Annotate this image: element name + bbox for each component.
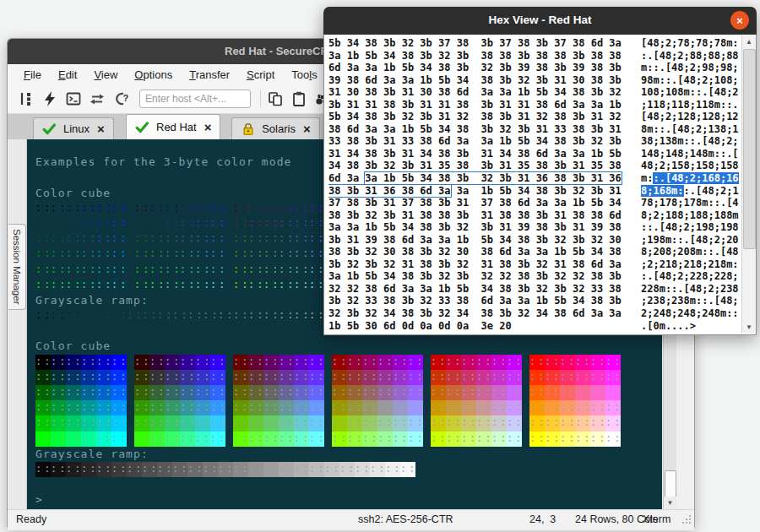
status-bar: Ready ssh2: AES-256-CTR 24, 3 24 Rows, 8… [8,509,694,530]
hex-row: 5b 34 38 3b 32 3b 37 38 3b 37 38 3b 37 3… [328,37,741,50]
hex-bytes: 32 3b 32 34 38 3b 32 34 38 3b 32 34 38 6… [328,307,622,319]
tab-close-icon[interactable]: × [97,122,105,135]
menu-script[interactable]: Script [239,66,282,84]
hex-ascii: 108;108m::.[48;2 [641,86,739,99]
tab-label: Red Hat [156,121,197,133]
quick-connect-icon[interactable] [40,89,60,109]
hex-ascii: 98m::.[48;2;108; [641,74,739,87]
hex-row: 3b 31 39 38 6d 3a 3a 1b 5b 34 38 3b 32 3… [328,234,741,247]
scroll-up-icon[interactable]: ▲ [742,35,756,48]
tab-red-hat[interactable]: Red Hat× [126,114,220,139]
hex-row: 5b 34 38 3b 32 3b 31 32 38 3b 31 32 38 3… [328,111,741,123]
hex-row: 1b 5b 30 6d 0d 0a 0d 0a 3e 20.[0m....> [328,320,741,333]
hex-bytes: 3b 32 33 38 3b 32 33 38 6d 3a 3a 1b 5b 3… [328,295,622,307]
paste-icon[interactable] [289,89,309,109]
svg-text:?: ? [123,93,129,103]
menu-transfer[interactable]: Transfer [182,66,237,84]
menu-file[interactable]: File [16,66,49,84]
color-cube-bg-row: ::::::::::::::::::::::::::::::::::::::::… [27,355,662,370]
color-cube-bg-row: ::::::::::::::::::::::::::::::::::::::::… [27,415,662,431]
toolbar-separator [260,90,261,107]
session-manager-tab[interactable]: Session Manager [8,224,26,310]
hex-ascii: 8;168m::.[48;2;1 [641,185,739,198]
connect-in-tab-icon[interactable] [63,89,84,109]
hex-row: 6d 3a 3a 1b 5b 34 38 3b 32 3b 31 36 38 3… [328,172,741,185]
hex-row: 34 38 3b 32 3b 31 35 38 3b 31 35 38 3b 3… [328,160,741,172]
hex-bytes: 1b 5b 30 6d 0d 0a 0d 0a 3e 20 [328,320,512,332]
shell-prompt: > [27,492,662,508]
color-cube-label: Color cube [27,339,662,354]
hex-ascii: ;118;118;118m::. [641,99,739,111]
hex-ascii: 8m::.[48;2;138;1 [641,123,739,136]
hex-ascii: ::.[48;2;198;198 [641,221,739,234]
session-manager-label: Session Manager [12,229,22,305]
grayscale-label: Grayscale ramp: [27,447,662,462]
hex-bytes: 34 38 3b 32 3b 31 35 38 3b 31 35 38 3b 3… [328,160,622,171]
color-cube-bg-row: ::::::::::::::::::::::::::::::::::::::::… [27,400,662,415]
hex-bytes: 38 6d 3a 3a 1b 5b 34 38 3b 32 3b 31 33 3… [328,123,622,135]
blank-line [27,477,662,492]
dialog-titlebar[interactable]: Hex View - Red Hat × [323,7,757,35]
check-icon [135,119,150,136]
tab-label: Solaris [262,122,296,135]
hex-row: 31 34 38 3b 31 34 38 3b 31 34 38 6d 3a 3… [328,148,741,160]
hex-ascii: 8;208;208m::.[48 [641,246,739,258]
hex-bytes: 6d 3a 3a 1b 5b 34 38 3b 32 3b 39 38 3b 3… [328,62,622,73]
hex-row: 38 3b 31 36 38 6d 3a 3a 1b 5b 34 38 3b 3… [328,185,741,198]
status-ready: Ready [16,513,46,525]
hex-ascii: :.[48;2;88;88;88 [641,50,739,62]
scrollbar-thumb[interactable] [665,470,676,497]
hex-ascii: 8;2;188;188;188m [641,209,739,222]
hex-bytes: 38 3b 31 36 38 6d 3a 3a 1b 5b 34 38 3b 3… [328,185,622,197]
hex-row: 3b 32 33 38 3b 32 33 38 6d 3a 3a 1b 5b 3… [328,295,741,307]
check-icon [42,121,57,138]
close-icon[interactable]: × [730,11,749,30]
menu-edit[interactable]: Edit [51,66,84,84]
status-encryption: ssh2: AES-256-CTR [358,513,453,525]
scroll-down-icon[interactable]: ▼ [664,497,676,509]
hex-row: 32 3b 32 34 38 3b 32 34 38 3b 32 34 38 6… [328,307,741,320]
tab-close-icon[interactable]: × [303,122,311,135]
hex-ascii: 48;2;158;158;158 [641,160,739,172]
hex-ascii: :.[48;2;228;228; [641,270,739,283]
hex-row: 6d 3a 3a 1b 5b 34 38 3b 32 3b 39 38 3b 3… [328,62,741,74]
tab-close-icon[interactable]: × [204,121,212,133]
hex-row: 33 38 3b 31 33 38 6d 3a 3a 1b 5b 34 38 3… [328,135,741,148]
hex-ascii: ;198m::.[48;2;20 [641,234,739,247]
hex-row: 38 3b 32 3b 31 38 38 3b 31 38 38 3b 31 3… [328,209,741,222]
hex-bytes: 33 38 3b 31 33 38 6d 3a 3a 1b 5b 34 38 3… [328,135,622,147]
hex-bytes: 5b 34 38 3b 32 3b 31 32 38 3b 31 32 38 3… [328,111,622,122]
hex-byte-grid[interactable]: 5b 34 38 3b 32 3b 37 38 3b 37 38 3b 37 3… [328,37,741,333]
tab-linux[interactable]: Linux× [33,117,114,139]
host-input[interactable] [139,90,251,108]
hex-bytes: 31 34 38 3b 31 34 38 3b 31 34 38 6d 3a 3… [328,148,622,160]
hex-row: 3a 3a 1b 5b 34 38 3b 32 3b 31 39 38 3b 3… [328,221,741,234]
hex-row: 38 3b 32 30 38 3b 32 30 38 6d 3a 3a 1b 5… [328,246,741,258]
copy-icon[interactable] [265,89,285,109]
menu-view[interactable]: View [86,66,125,84]
hex-bytes: 38 3b 32 3b 31 38 38 3b 31 38 38 3b 31 3… [328,209,622,221]
status-emulation: Xterm [643,513,670,525]
hex-bytes: 32 32 38 6d 3a 3a 1b 5b 34 38 3b 32 3b 3… [328,283,622,295]
hex-ascii: m::.[48;2;168;16 [641,172,739,185]
reconnect-icon[interactable] [87,89,107,109]
disconnect-icon[interactable]: ? [111,89,131,109]
hex-bytes: 3a 3a 1b 5b 34 38 3b 32 3b 31 39 38 3b 3… [328,221,622,233]
hex-bytes: 31 30 38 3b 31 30 38 6d 3a 3a 1b 5b 34 3… [328,86,622,98]
hex-ascii: 2;248;248;248m:: [641,307,739,320]
hex-ascii: [48;2;78;78;78m: [641,37,739,50]
hex-ascii: .[0m....> [641,320,702,333]
scrollbar-thumb[interactable] [743,49,756,249]
menu-tools[interactable]: Tools [284,66,324,84]
hex-row: 37 38 3b 31 37 38 3b 31 37 38 6d 3a 3a 1… [328,197,741,209]
tab-solaris[interactable]: Solaris× [231,117,320,139]
hex-row: 3a 1b 5b 34 38 3b 32 3b 32 32 38 3b 32 3… [328,270,741,283]
scroll-down-icon[interactable]: ▼ [742,321,756,334]
hex-row: 31 30 38 3b 31 30 38 6d 3a 3a 1b 5b 34 3… [328,86,741,99]
session-manager-icon[interactable] [16,89,36,109]
resize-grip[interactable] [681,513,691,524]
menu-options[interactable]: Options [127,66,180,84]
hex-ascii: ;238;238m::.[48; [641,295,739,307]
session-manager-strip: Session Manager [8,139,27,509]
dialog-scrollbar[interactable]: ▲ ▼ [741,35,756,334]
